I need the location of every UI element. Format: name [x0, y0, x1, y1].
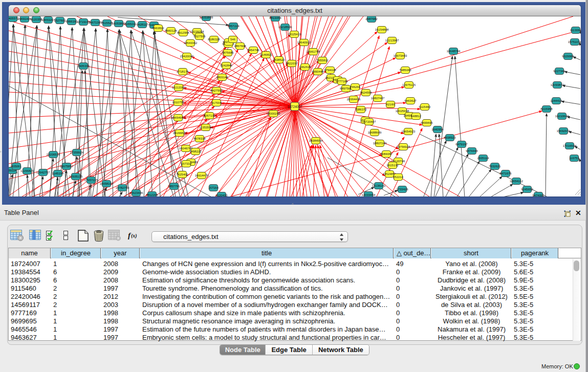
svg-text:10973493: 10973493	[394, 54, 407, 57]
svg-text:12975115: 12975115	[402, 83, 416, 86]
svg-text:9474444: 9474444	[466, 149, 478, 152]
svg-text:252214: 252214	[393, 176, 404, 179]
svg-text:12093872: 12093872	[551, 83, 564, 86]
svg-text:12923446: 12923446	[129, 191, 143, 194]
svg-text:19384554: 19384554	[309, 139, 323, 142]
svg-text:16648784: 16648784	[447, 50, 461, 53]
svg-text:16053809: 16053809	[200, 16, 213, 19]
svg-text:8454749: 8454749	[247, 49, 259, 52]
svg-text:8912954: 8912954	[177, 31, 189, 34]
svg-text:917006: 917006	[211, 101, 222, 104]
svg-text:7625402: 7625402	[176, 173, 188, 176]
svg-text:8660124: 8660124	[165, 29, 177, 32]
svg-text:10688609: 10688609	[368, 131, 382, 134]
svg-text:12942757: 12942757	[36, 171, 50, 174]
svg-text:62160: 62160	[386, 103, 395, 106]
svg-text:435061: 435061	[11, 165, 22, 168]
svg-text:17359924: 17359924	[70, 151, 84, 154]
svg-text:7485063: 7485063	[399, 69, 411, 72]
svg-text:10543362: 10543362	[184, 41, 198, 45]
svg-text:9463627: 9463627	[404, 99, 417, 102]
svg-text:9227342: 9227342	[553, 70, 565, 73]
svg-text:1615132: 1615132	[386, 164, 399, 167]
svg-text:10654112: 10654112	[510, 180, 524, 183]
svg-text:157164: 157164	[208, 186, 219, 189]
svg-text:12213383: 12213383	[172, 86, 186, 89]
svg-text:2905334: 2905334	[77, 64, 90, 68]
svg-text:11156829: 11156829	[20, 169, 34, 172]
svg-text:16053809: 16053809	[112, 22, 126, 25]
svg-text:16782759: 16782759	[116, 186, 129, 189]
svg-text:(x): (x)	[131, 233, 137, 239]
svg-text:157332: 157332	[181, 162, 192, 165]
svg-text:8822037: 8822037	[286, 62, 298, 65]
svg-text:8215958: 8215958	[540, 107, 553, 111]
svg-text:9794028: 9794028	[324, 69, 336, 72]
svg-text:546: 546	[230, 38, 236, 41]
svg-text:20691406: 20691406	[18, 17, 32, 20]
svg-text:19756928: 19756928	[397, 145, 410, 148]
svg-text:9474001: 9474001	[532, 194, 545, 196]
svg-text:9245652: 9245652	[521, 188, 533, 191]
svg-text:1113064: 1113064	[570, 29, 581, 32]
svg-text:16961758: 16961758	[307, 50, 320, 53]
svg-text:8938923: 8938923	[444, 136, 456, 139]
svg-text:16914479: 16914479	[195, 174, 209, 177]
svg-text:19654953: 19654953	[171, 116, 185, 119]
svg-text:18724007: 18724007	[288, 105, 302, 108]
svg-text:9857791: 9857791	[168, 185, 180, 188]
svg-text:9115460: 9115460	[419, 105, 431, 108]
svg-text:7386372: 7386372	[355, 108, 367, 111]
svg-text:19166825: 19166825	[173, 132, 187, 135]
svg-text:9329966: 9329966	[562, 55, 574, 58]
svg-text:2687682: 2687682	[365, 17, 378, 20]
svg-text:9242845: 9242845	[220, 64, 232, 67]
svg-text:20364436: 20364436	[347, 98, 361, 101]
svg-text:10807487: 10807487	[371, 97, 385, 100]
svg-text:12505135: 12505135	[69, 175, 83, 178]
svg-text:8427552: 8427552	[210, 89, 223, 92]
svg-text:2935114: 2935114	[477, 157, 490, 160]
svg-text:1527602: 1527602	[54, 19, 66, 22]
svg-text:3875685: 3875685	[222, 51, 234, 54]
svg-text:18640910: 18640910	[297, 41, 311, 44]
svg-text:9327506: 9327506	[193, 35, 206, 38]
svg-text:9428117: 9428117	[137, 23, 149, 26]
svg-text:16154808: 16154808	[375, 28, 389, 31]
svg-text:19654923: 19654923	[402, 130, 416, 133]
svg-text:18807249: 18807249	[373, 142, 387, 145]
svg-text:1145194: 1145194	[52, 172, 64, 175]
svg-text:8120433: 8120433	[215, 194, 228, 196]
svg-text:8267130: 8267130	[203, 114, 215, 117]
svg-text:9777169: 9777169	[336, 80, 348, 83]
svg-text:8186328: 8186328	[208, 38, 220, 41]
svg-text:17957225: 17957225	[84, 179, 98, 182]
svg-text:10958107: 10958107	[100, 182, 114, 185]
svg-text:7663822: 7663822	[152, 27, 164, 30]
svg-text:8813054: 8813054	[269, 16, 281, 19]
svg-text:15692971: 15692971	[557, 129, 571, 133]
svg-text:648812: 648812	[411, 115, 422, 118]
svg-text:16210643: 16210643	[555, 115, 569, 118]
svg-text:1733426: 1733426	[396, 188, 408, 191]
svg-text:116753: 116753	[569, 157, 579, 160]
svg-text:8471676: 8471676	[499, 172, 512, 175]
svg-text:9812205: 9812205	[146, 193, 158, 196]
svg-text:7857224: 7857224	[227, 25, 239, 28]
svg-text:16671385: 16671385	[89, 21, 102, 24]
svg-text:9146821: 9146821	[260, 53, 272, 56]
svg-text:3624554: 3624554	[360, 91, 372, 94]
svg-text:746266: 746266	[350, 85, 361, 89]
svg-text:1538520: 1538520	[273, 58, 285, 61]
svg-text:7632621: 7632621	[489, 165, 501, 168]
svg-text:11353594: 11353594	[199, 126, 213, 129]
svg-text:1010755: 1010755	[172, 101, 184, 104]
svg-text:23420046: 23420046	[180, 55, 194, 58]
svg-text:12213987: 12213987	[385, 39, 399, 42]
svg-text:1244415: 1244415	[550, 99, 562, 102]
svg-text:8265011: 8265011	[125, 23, 137, 26]
svg-text:7955812: 7955812	[316, 59, 329, 62]
svg-text:13325419: 13325419	[288, 33, 301, 36]
svg-text:15751074: 15751074	[568, 40, 581, 43]
svg-text:6479197: 6479197	[455, 143, 468, 146]
